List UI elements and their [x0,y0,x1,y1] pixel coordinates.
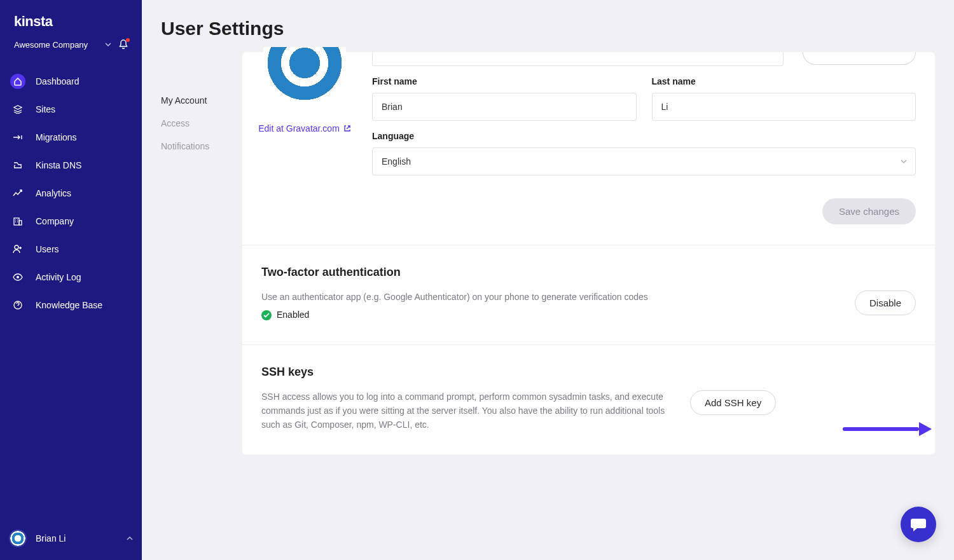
dns-icon [10,158,25,173]
subnav-notifications[interactable]: Notifications [161,135,242,158]
save-changes-button[interactable]: Save changes [822,198,916,224]
sidebar-user-name: Brian Li [36,533,66,543]
twofa-section: Two-factor authentication Use an authent… [242,245,935,345]
language-select[interactable]: English [372,147,916,175]
sidebar-item-dashboard[interactable]: Dashboard [0,67,142,95]
twofa-status: Enabled [261,308,840,322]
migrate-icon [10,130,25,145]
chat-fab[interactable] [901,507,936,542]
add-ssh-key-button[interactable]: Add SSH key [690,390,776,415]
disable-twofa-button[interactable]: Disable [855,290,916,315]
building-icon [10,214,25,229]
language-label: Language [372,131,916,141]
chevron-up-icon [127,536,133,540]
svg-rect-1 [19,221,22,225]
last-name-label: Last name [652,76,916,86]
sidebar-item-label: Users [36,244,59,254]
logo-text: kinsta [14,13,53,30]
primary-nav: Dashboard Sites Migrations Kinsta DNS An… [0,61,142,319]
logo: kinsta [0,0,142,37]
sidebar-item-sites[interactable]: Sites [0,95,142,123]
first-name-label: First name [372,76,637,86]
subnav-access[interactable]: Access [161,112,242,135]
profile-section: Edit at Gravatar.com First name [242,52,935,245]
gravatar-link-text: Edit at Gravatar.com [258,123,340,133]
check-icon [261,310,272,320]
partial-button[interactable] [803,52,916,65]
page-title: User Settings [142,0,954,52]
last-name-input[interactable] [652,93,916,121]
first-name-input[interactable] [372,93,637,121]
sidebar-item-migrations[interactable]: Migrations [0,123,142,151]
eye-icon [10,270,25,285]
ssh-title: SSH keys [261,365,916,379]
sidebar: kinsta Awesome Company Dashboard Sites [0,0,142,560]
ssh-section: SSH keys SSH access allows you to log in… [242,345,935,454]
edit-gravatar-link[interactable]: Edit at Gravatar.com [258,123,351,133]
svg-rect-0 [14,218,19,225]
twofa-enabled-label: Enabled [277,308,309,322]
sidebar-user-menu[interactable]: Brian Li [0,521,142,560]
avatar-large [263,47,346,108]
sidebar-item-label: Knowledge Base [36,300,102,310]
svg-point-2 [15,245,18,249]
twofa-title: Two-factor authentication [261,266,916,279]
sidebar-item-label: Kinsta DNS [36,160,81,170]
sidebar-item-label: Analytics [36,188,71,198]
language-value: English [382,156,411,167]
sidebar-item-label: Activity Log [36,272,81,282]
main: User Settings My Account Access Notifica… [142,0,954,560]
company-name: Awesome Company [14,40,88,50]
annotation-arrow [843,422,932,436]
ssh-description: SSH access allows you to log into a comm… [261,392,665,429]
sidebar-item-label: Sites [36,104,55,114]
sidebar-item-label: Company [36,216,74,226]
email-field[interactable] [372,52,784,66]
avatar-column: Edit at Gravatar.com [256,52,353,224]
home-icon [10,74,25,89]
chat-icon [910,517,927,532]
svg-point-3 [17,276,19,278]
sidebar-item-users[interactable]: Users [0,235,142,263]
sidebar-item-knowledge[interactable]: Knowledge Base [0,291,142,319]
sidebar-item-activity[interactable]: Activity Log [0,263,142,291]
analytics-icon [10,186,25,201]
sidebar-item-analytics[interactable]: Analytics [0,179,142,207]
notification-dot [126,38,130,42]
twofa-description: Use an authenticator app (e.g. Google Au… [261,290,840,304]
layers-icon [10,102,25,117]
sidebar-item-company[interactable]: Company [0,207,142,235]
sidebar-item-label: Dashboard [36,76,80,86]
notifications-bell-icon[interactable] [119,39,128,50]
user-plus-icon [10,242,25,257]
external-link-icon [343,125,351,132]
chevron-down-icon [105,43,111,46]
settings-subnav: My Account Access Notifications [161,52,242,454]
sidebar-item-label: Migrations [36,132,77,142]
help-icon [10,297,25,313]
sidebar-item-dns[interactable]: Kinsta DNS [0,151,142,179]
company-selector[interactable]: Awesome Company [0,37,142,61]
avatar [9,529,27,547]
subnav-my-account[interactable]: My Account [161,89,242,112]
